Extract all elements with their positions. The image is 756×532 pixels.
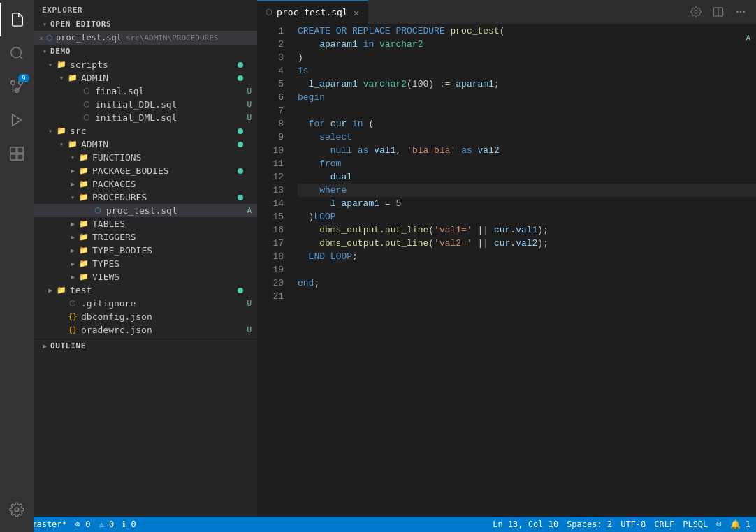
notifications-status[interactable]: 🔔 1: [730, 519, 750, 529]
spaces-status[interactable]: Spaces: 2: [567, 519, 612, 529]
src-admin-folder[interactable]: ▾ 📁 ADMIN: [34, 138, 257, 151]
sql-file-icon: ⬡: [92, 206, 103, 215]
code-line: [298, 290, 756, 303]
encoding-status[interactable]: UTF-8: [620, 519, 646, 529]
scripts-folder[interactable]: ▾ 📁 scripts: [34, 58, 257, 71]
line-number: 4: [268, 64, 284, 77]
line-number: 2: [268, 38, 284, 51]
token-plain: (100) :=: [407, 77, 456, 91]
token-kw: select: [319, 131, 352, 144]
settings-gear-icon[interactable]: [686, 2, 706, 22]
errors-label: ⊗ 0: [75, 519, 91, 529]
language-status[interactable]: PLSQL: [683, 519, 708, 529]
src-admin-dot: [238, 142, 243, 147]
token-plain: (: [500, 24, 505, 38]
line-number: 11: [268, 157, 284, 170]
line-number: 21: [268, 290, 284, 303]
info-status[interactable]: ℹ 0: [122, 519, 136, 529]
open-editor-filename: proc_test.sql: [56, 33, 122, 43]
tables-folder[interactable]: ▶ 📁 TABLES: [34, 217, 257, 230]
source-control-icon[interactable]: 9: [0, 70, 34, 103]
more-actions-icon[interactable]: [731, 2, 750, 22]
debug-icon[interactable]: [0, 103, 34, 137]
token-plain: [347, 117, 352, 131]
status-bar: ⎇ master* ⊗ 0 ⚠ 0 ℹ 0 Ln 13, Col 10 Spac…: [0, 517, 756, 532]
procedures-dot: [238, 195, 243, 200]
token-plain: );: [537, 237, 548, 250]
token-var: dual: [330, 170, 352, 184]
procedures-folder[interactable]: ▾ 📁 PROCEDURES: [34, 191, 257, 204]
src-folder[interactable]: ▾ 📁 src: [34, 124, 257, 138]
tables-chevron: ▶: [67, 220, 78, 228]
packages-folder[interactable]: ▶ 📁 PACKAGES: [34, 177, 257, 191]
close-file-icon[interactable]: ✕: [39, 34, 43, 42]
token-str: 'bla bla': [407, 144, 456, 157]
functions-folder[interactable]: ▾ 📁 FUNCTIONS: [34, 151, 257, 164]
procedures-chevron: ▾: [67, 193, 78, 201]
token-fn: dbms_output: [319, 223, 379, 237]
code-line: end;: [298, 276, 756, 290]
token-plain: (: [363, 117, 375, 131]
outline-label: OUTLINE: [50, 341, 86, 350]
search-icon[interactable]: [0, 36, 34, 70]
src-dot: [238, 128, 243, 134]
oradewrc-item[interactable]: {} oradewrc.json U: [34, 323, 257, 337]
code-editor[interactable]: 123456789101112131415161718192021 CREATE…: [257, 24, 756, 517]
eol-status[interactable]: CRLF: [654, 519, 674, 529]
token-kw: as: [461, 144, 472, 157]
gitignore-item[interactable]: ⬡ .gitignore U: [34, 297, 257, 310]
scripts-label: scripts: [70, 59, 108, 70]
token-var: l_aparam1: [330, 197, 379, 210]
svg-point-0: [11, 47, 22, 58]
views-folder[interactable]: ▶ 📁 VIEWS: [34, 270, 257, 283]
triggers-chevron: ▶: [67, 233, 78, 241]
svg-rect-9: [10, 154, 16, 160]
folder-icon: 📁: [56, 126, 67, 135]
extensions-icon[interactable]: [0, 137, 34, 170]
position-status[interactable]: Ln 13, Col 10: [493, 519, 558, 529]
tab-close-button[interactable]: ✕: [354, 7, 359, 18]
package-bodies-folder[interactable]: ▶ 📁 PACKAGE_BODIES: [34, 164, 257, 177]
tab-proc-test[interactable]: ⬡ proc_test.sql ✕: [257, 0, 368, 24]
code-line: dbms_output.put_line('val2=' || cur.val2…: [298, 237, 756, 250]
initial-ddl-item[interactable]: ⬡ initial_DDL.sql U: [34, 98, 257, 111]
files-icon[interactable]: [0, 3, 34, 36]
sql-file-icon: ⬡: [81, 113, 92, 122]
open-editors-header[interactable]: ▾ OPEN EDITORS: [34, 17, 257, 31]
token-var: val2: [516, 237, 537, 250]
outline-header[interactable]: ▶ OUTLINE: [34, 339, 257, 353]
tab-toolbar: [686, 2, 756, 22]
test-folder[interactable]: ▶ 📁 test: [34, 283, 257, 297]
types-folder[interactable]: ▶ 📁 TYPES: [34, 257, 257, 270]
settings-icon[interactable]: [0, 493, 34, 526]
types-label: TYPES: [92, 258, 119, 269]
token-plain: [298, 237, 319, 250]
final-sql-item[interactable]: ⬡ final.sql U: [34, 84, 257, 98]
split-editor-icon[interactable]: [708, 2, 728, 22]
token-str: 'val2=': [434, 237, 472, 250]
test-chevron: ▶: [45, 286, 56, 294]
token-kw: PROCEDURE: [395, 24, 444, 38]
triggers-folder[interactable]: ▶ 📁 TRIGGERS: [34, 230, 257, 244]
proc-test-sql-item[interactable]: ⬡ proc_test.sql A: [34, 204, 257, 217]
demo-header[interactable]: ▾ DEMO: [34, 45, 257, 58]
folder-icon: 📁: [78, 259, 89, 268]
line-number: 3: [268, 51, 284, 64]
token-plain: [352, 144, 358, 157]
token-plain: (: [428, 223, 434, 237]
token-plain: [456, 144, 461, 157]
type-bodies-folder[interactable]: ▶ 📁 TYPE_BODIES: [34, 244, 257, 257]
token-plain: ||: [472, 237, 494, 250]
smiley-label: ☺: [716, 519, 721, 529]
scripts-admin-dot: [238, 75, 243, 81]
outline-section: ▶ OUTLINE: [34, 337, 257, 355]
warnings-status[interactable]: ⚠ 0: [99, 519, 114, 529]
code-content[interactable]: CREATE OR REPLACE PROCEDURE proc_test( a…: [292, 24, 756, 517]
scripts-admin-folder[interactable]: ▾ 📁 ADMIN: [34, 71, 257, 84]
errors-status[interactable]: ⊗ 0: [75, 519, 91, 529]
dbconfig-item[interactable]: {} dbconfig.json: [34, 310, 257, 323]
svg-point-3: [11, 81, 15, 85]
smiley-status[interactable]: ☺: [716, 519, 721, 529]
initial-dml-item[interactable]: ⬡ initial_DML.sql U: [34, 111, 257, 124]
open-editor-item[interactable]: ✕ ⬡ proc_test.sql src\ADMIN\PROCEDURES A: [34, 31, 257, 45]
